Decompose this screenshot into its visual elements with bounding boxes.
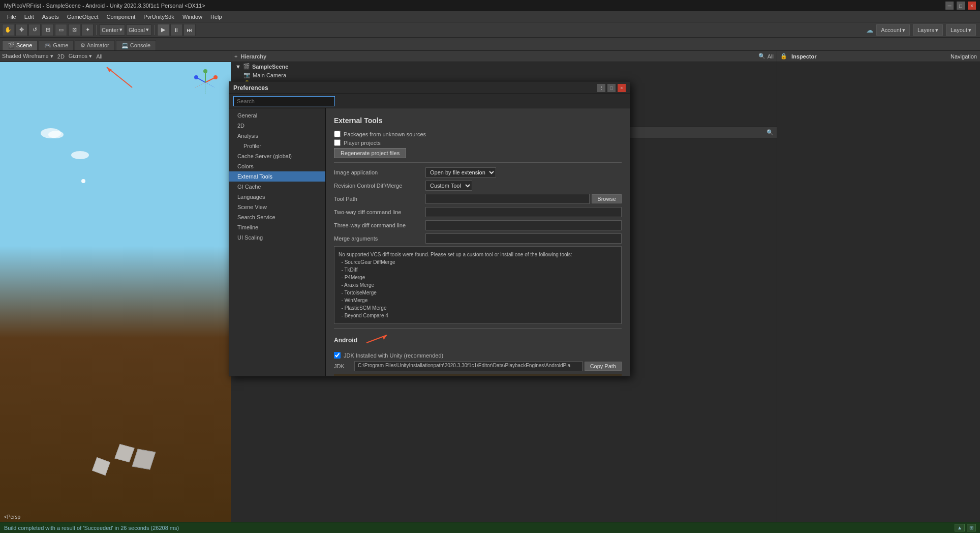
global-dropdown[interactable]: Global ▾ — [126, 24, 151, 36]
pref-nav-external-tools[interactable]: External Tools — [229, 171, 325, 182]
layers-label: Layers — [917, 27, 934, 33]
tab-scene[interactable]: 🎬 Scene — [2, 40, 38, 50]
game-icon: 🎮 — [44, 42, 51, 48]
annotation-arrow-1 — [102, 62, 203, 93]
pref-nav-2d[interactable]: 2D — [229, 121, 325, 131]
pref-nav-scene-view[interactable]: Scene View — [229, 202, 325, 212]
hierarchy-maincamera-label: Main Camera — [253, 72, 286, 78]
divider-2 — [334, 328, 622, 329]
cube-scene-2 — [132, 449, 156, 470]
center-dropdown[interactable]: Center ▾ — [99, 24, 125, 36]
maximize-button[interactable]: □ — [957, 2, 965, 10]
menu-pvrunity[interactable]: PvrUnitySdk — [139, 13, 178, 21]
menu-edit[interactable]: Edit — [20, 13, 38, 21]
regenerate-btn[interactable]: Regenerate project files — [334, 148, 406, 158]
menu-file[interactable]: File — [3, 13, 20, 21]
pref-nav-search-service[interactable]: Search Service — [229, 212, 325, 222]
merge-arguments-input[interactable] — [425, 233, 622, 244]
perspective-label: <Persp — [4, 514, 20, 520]
status-message: Build completed with a result of 'Succee… — [4, 525, 179, 531]
layers-chevron: ▾ — [935, 27, 938, 34]
merge-arguments-row: Merge arguments — [334, 233, 622, 244]
pref-search — [229, 94, 630, 108]
jdk-label: JDK — [334, 363, 354, 369]
pref-maximize-btn[interactable]: □ — [607, 84, 616, 92]
toolbar-hand-tool[interactable]: ✋ — [2, 24, 14, 36]
svg-marker-10 — [107, 67, 112, 72]
player-projects-checkbox[interactable] — [334, 139, 341, 146]
toolbar-scale-tool[interactable]: ⊞ — [42, 24, 54, 36]
toolbar-transform-tool[interactable]: ⊠ — [68, 24, 80, 36]
account-chevron: ▾ — [902, 27, 905, 34]
jdk-checkbox-row: JDK Installed with Unity (recommended) — [334, 352, 622, 359]
pref-title: Preferences — [233, 84, 597, 92]
svg-point-5 — [194, 75, 198, 79]
revision-control-select[interactable]: Custom Tool — [425, 181, 472, 191]
scene-panel: Shaded Wireframe ▾ 2D Gizmos ▾ All — [0, 51, 231, 522]
svg-point-1 — [213, 75, 218, 79]
two-way-diff-input[interactable] — [425, 207, 622, 217]
pref-more-btn[interactable]: ⋮ — [597, 84, 605, 92]
menu-gameobject[interactable]: GameObject — [63, 13, 103, 21]
pref-nav-ui-scaling[interactable]: UI Scaling — [229, 232, 325, 243]
diff-tools-notice: No supported VCS diff tools were found. … — [334, 246, 622, 324]
pref-nav-analysis[interactable]: Analysis — [229, 131, 325, 141]
tool-path-input[interactable] — [425, 194, 590, 204]
minimize-button[interactable]: ─ — [945, 2, 954, 10]
pref-nav-colors[interactable]: Colors — [229, 161, 325, 171]
jdk-checkbox[interactable] — [334, 352, 341, 359]
toolbar-move-tool[interactable]: ✥ — [15, 24, 27, 36]
packages-unknown-checkbox[interactable] — [334, 131, 341, 137]
cube-scene-1 — [114, 444, 134, 462]
tab-console-label: Console — [130, 42, 150, 48]
player-projects-row: Player projects — [334, 139, 622, 146]
menu-window[interactable]: Window — [178, 13, 206, 21]
close-button[interactable]: × — [968, 2, 976, 10]
tabs-row: 🎬 Scene 🎮 Game ⚙ Animator 💻 Console — [0, 38, 980, 51]
player-projects-label: Player projects — [344, 140, 381, 146]
status-expand-btn[interactable]: ⊞ — [967, 524, 976, 531]
step-button[interactable]: ⏭ — [183, 24, 196, 36]
svg-line-6 — [195, 82, 205, 87]
pref-nav-cache[interactable]: Cache Server (global) — [229, 151, 325, 161]
tab-console[interactable]: 💻 Console — [116, 40, 156, 50]
tab-game[interactable]: 🎮 Game — [39, 40, 74, 50]
image-application-label: Image application — [334, 169, 425, 175]
menu-component[interactable]: Component — [102, 13, 139, 21]
merge-arguments-label: Merge arguments — [334, 235, 425, 242]
play-button[interactable]: ▶ — [157, 24, 169, 36]
gizmos-dropdown[interactable]: Gizmos ▾ — [69, 53, 92, 60]
toolbar-rotate-tool[interactable]: ↺ — [28, 24, 41, 36]
menu-assets[interactable]: Assets — [38, 13, 63, 21]
tool-path-label: Tool Path — [334, 196, 425, 202]
layout-button[interactable]: Layout ▾ — [946, 24, 976, 36]
pref-nav-profiler[interactable]: Profiler — [229, 141, 325, 151]
toolbar-custom-tool[interactable]: ✦ — [81, 24, 94, 36]
android-section-header: Android — [334, 333, 622, 348]
pref-nav-gi-cache[interactable]: GI Cache — [229, 182, 325, 192]
tab-game-label: Game — [53, 42, 68, 48]
android-annotation-arrow — [361, 333, 392, 348]
hierarchy-add-btn[interactable]: + — [234, 53, 237, 60]
pref-search-input[interactable] — [233, 96, 335, 106]
toolbar-rect-tool[interactable]: ▭ — [55, 24, 67, 36]
pref-nav-general[interactable]: General — [229, 110, 325, 121]
pref-nav-timeline[interactable]: Timeline — [229, 222, 325, 232]
pref-close-btn[interactable]: × — [618, 84, 626, 92]
revision-control-label: Revision Control Diff/Merge — [334, 183, 425, 189]
pref-sidebar: General 2D Analysis Profiler Cache Serve… — [229, 108, 326, 376]
hierarchy-item-maincamera[interactable]: 📷 Main Camera — [239, 71, 777, 79]
menu-help[interactable]: Help — [206, 13, 226, 21]
three-way-diff-input[interactable] — [425, 220, 622, 230]
tool-path-browse-btn[interactable]: Browse — [592, 194, 622, 203]
pause-button[interactable]: ⏸ — [170, 24, 182, 36]
hierarchy-item-samplescene[interactable]: ▼ 🎬 SampleScene — [231, 62, 777, 71]
status-collapse-btn[interactable]: ▲ — [955, 524, 965, 531]
account-button[interactable]: Account ▾ — [876, 24, 910, 36]
global-chevron: ▾ — [146, 26, 149, 33]
pref-nav-languages[interactable]: Languages — [229, 192, 325, 202]
tab-animator[interactable]: ⚙ Animator — [75, 40, 114, 50]
image-application-select[interactable]: Open by file extension — [425, 167, 496, 177]
layers-button[interactable]: Layers ▾ — [913, 24, 943, 36]
jdk-copy-btn[interactable]: Copy Path — [585, 362, 622, 371]
